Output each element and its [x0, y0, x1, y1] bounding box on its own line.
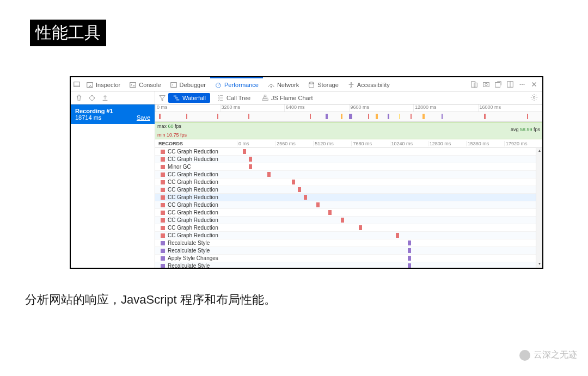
- waterfall-view-button[interactable]: Waterfall: [168, 93, 210, 103]
- records-tick: 2560 ms: [275, 141, 313, 146]
- tab-storage[interactable]: Storage: [303, 77, 343, 91]
- record-track: [237, 186, 542, 193]
- svg-point-7: [271, 86, 272, 88]
- record-row[interactable]: CC Graph Reduction: [155, 171, 542, 178]
- split-icon[interactable]: [506, 81, 514, 88]
- scroll-down-icon[interactable]: ▾: [536, 261, 542, 268]
- record-track: [237, 239, 542, 246]
- svg-rect-11: [474, 83, 477, 87]
- overview-marker: [186, 114, 187, 119]
- records-body[interactable]: CC Graph Reduction CC Graph Reduction Mi…: [155, 148, 542, 268]
- more-icon[interactable]: [518, 81, 526, 88]
- record-track: [237, 156, 542, 163]
- flame-label: JS Flame Chart: [271, 95, 313, 101]
- tab-label: Network: [277, 82, 299, 88]
- import-icon[interactable]: [101, 94, 109, 102]
- waterfall-label: Waterfall: [182, 95, 206, 101]
- close-icon[interactable]: [530, 81, 538, 88]
- calltree-icon: [217, 94, 224, 102]
- watermark: 云深之无迹: [519, 349, 577, 361]
- record-row[interactable]: CC Graph Reduction: [155, 156, 542, 163]
- screenshot-icon[interactable]: [482, 81, 490, 88]
- record-track: [237, 194, 542, 201]
- debugger-icon: [170, 81, 177, 89]
- record-row[interactable]: Minor GC: [155, 163, 542, 171]
- svg-point-18: [522, 83, 523, 84]
- record-swatch: [161, 264, 165, 268]
- svg-rect-10: [471, 81, 475, 87]
- scroll-up-icon[interactable]: ▴: [536, 148, 542, 155]
- caption-text: 分析网站的响应，JavaScript 程序和布局性能。: [25, 292, 276, 308]
- record-swatch: [161, 172, 165, 177]
- tab-label: Storage: [317, 82, 339, 88]
- tab-accessibility[interactable]: Accessibility: [343, 77, 394, 91]
- record-row[interactable]: Recalculate Style: [155, 239, 542, 247]
- record-row[interactable]: CC Graph Reduction: [155, 224, 542, 232]
- save-link[interactable]: Save: [137, 114, 150, 121]
- flamechart-view-button[interactable]: JS Flame Chart: [257, 93, 317, 103]
- records-tick: 17920 ms: [504, 141, 542, 146]
- overview-marker: [368, 114, 369, 119]
- record-row[interactable]: CC Graph Reduction: [155, 209, 542, 217]
- record-swatch: [161, 150, 165, 154]
- filter-icon[interactable]: [158, 94, 166, 102]
- record-name: CC Graph Reduction: [168, 149, 218, 155]
- svg-rect-21: [174, 95, 176, 96]
- tab-inspector[interactable]: Inspector: [82, 77, 125, 91]
- recording-item[interactable]: Recording #1 18714 ms Save: [71, 104, 155, 124]
- record-row[interactable]: CC Graph Reduction: [155, 148, 542, 156]
- responsive-icon[interactable]: [470, 81, 478, 88]
- record-bar: [328, 210, 332, 215]
- ruler-tick: 3200 ms: [220, 104, 285, 112]
- record-row[interactable]: Recalculate Style: [155, 247, 542, 255]
- record-swatch: [161, 203, 165, 207]
- svg-rect-12: [483, 82, 489, 87]
- record-swatch: [161, 195, 165, 200]
- overview-marker: [217, 114, 218, 119]
- calltree-label: Call Tree: [226, 95, 250, 101]
- scrollbar[interactable]: ▴ ▾: [536, 148, 542, 268]
- record-swatch: [161, 233, 165, 238]
- ruler-tick: 9600 ms: [349, 104, 414, 112]
- ruler-tick: 0 ms: [155, 104, 220, 112]
- record-name: Minor GC: [168, 164, 191, 170]
- waterfall-icon: [173, 94, 180, 102]
- record-row[interactable]: CC Graph Reduction: [155, 194, 542, 201]
- inspector-icon: [86, 81, 94, 89]
- record-track: [237, 178, 542, 186]
- record-bar: [408, 241, 411, 245]
- record-row[interactable]: CC Graph Reduction: [155, 217, 542, 224]
- record-bar: [316, 202, 320, 207]
- calltree-view-button[interactable]: Call Tree: [212, 93, 255, 103]
- watermark-text: 云深之无迹: [534, 349, 577, 361]
- record-icon[interactable]: [88, 94, 96, 102]
- svg-point-13: [485, 83, 487, 85]
- tab-network[interactable]: Network: [263, 77, 303, 91]
- record-track: [237, 255, 542, 262]
- record-bar: [249, 157, 252, 162]
- tab-debugger[interactable]: Debugger: [166, 77, 210, 91]
- overview-marker: [376, 114, 378, 119]
- record-row[interactable]: Apply Style Changes: [155, 255, 542, 262]
- record-row[interactable]: CC Graph Reduction: [155, 178, 542, 186]
- record-bar: [341, 218, 344, 223]
- record-row[interactable]: CC Graph Reduction: [155, 186, 542, 194]
- tab-performance[interactable]: Performance: [210, 77, 263, 91]
- trash-icon[interactable]: [75, 94, 83, 102]
- ruler-tick: 12800 ms: [413, 104, 478, 112]
- record-swatch: [161, 211, 165, 215]
- record-row[interactable]: CC Graph Reduction: [155, 201, 542, 209]
- record-track: [237, 247, 542, 254]
- record-name: Recalculate Style: [168, 248, 210, 254]
- tab-console[interactable]: Console: [125, 77, 165, 91]
- record-row[interactable]: CC Graph Reduction: [155, 232, 542, 239]
- dock-icon[interactable]: [73, 81, 81, 88]
- devtools-tabbar: InspectorConsoleDebuggerPerformanceNetwo…: [71, 77, 542, 91]
- gear-icon[interactable]: [530, 94, 538, 101]
- overview-marker: [159, 114, 161, 119]
- fps-chart: max 60 fps min 10.75 fps avg 58.99 fps: [155, 122, 542, 139]
- overview-strip[interactable]: [155, 112, 542, 122]
- popout-icon[interactable]: [494, 81, 502, 88]
- record-row[interactable]: Recalculate Style: [155, 262, 542, 268]
- overview-marker: [349, 114, 352, 119]
